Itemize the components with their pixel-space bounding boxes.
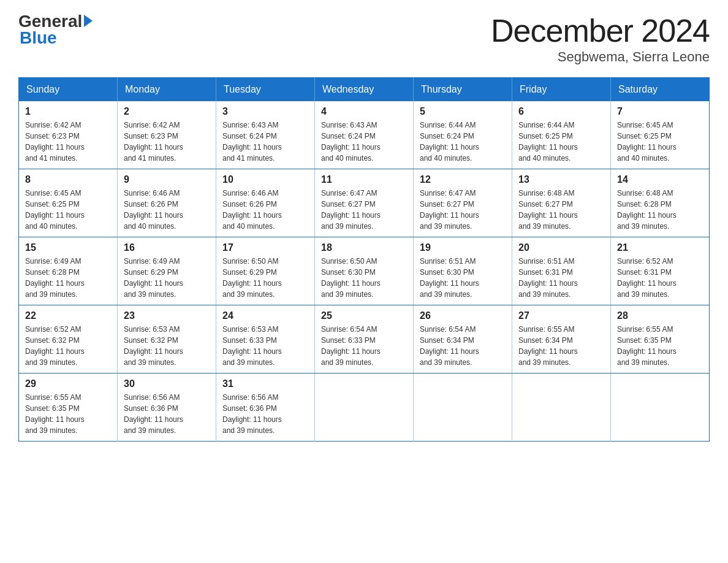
calendar-day-cell: 19 Sunrise: 6:51 AM Sunset: 6:30 PM Dayl… [414, 237, 512, 305]
day-info: Sunrise: 6:42 AM Sunset: 6:23 PM Dayligh… [25, 120, 111, 164]
day-of-week-header: Saturday [611, 78, 710, 102]
day-info: Sunrise: 6:44 AM Sunset: 6:25 PM Dayligh… [518, 120, 604, 164]
calendar-day-cell [611, 373, 710, 442]
day-info: Sunrise: 6:53 AM Sunset: 6:32 PM Dayligh… [124, 324, 210, 368]
day-number: 13 [518, 174, 604, 185]
day-info: Sunrise: 6:52 AM Sunset: 6:32 PM Dayligh… [25, 324, 111, 368]
calendar-day-cell: 13 Sunrise: 6:48 AM Sunset: 6:27 PM Dayl… [512, 169, 611, 237]
day-number: 18 [321, 242, 407, 253]
day-info: Sunrise: 6:47 AM Sunset: 6:27 PM Dayligh… [420, 188, 506, 232]
day-of-week-header: Thursday [414, 78, 512, 102]
month-title: December 2024 [491, 12, 710, 49]
day-number: 5 [420, 106, 506, 117]
calendar-day-cell: 26 Sunrise: 6:54 AM Sunset: 6:34 PM Dayl… [414, 305, 512, 373]
calendar-day-cell: 15 Sunrise: 6:49 AM Sunset: 6:28 PM Dayl… [19, 237, 118, 305]
page-header: General Blue December 2024 Segbwema, Sie… [18, 12, 710, 65]
calendar-day-cell [315, 373, 414, 442]
calendar-day-cell: 12 Sunrise: 6:47 AM Sunset: 6:27 PM Dayl… [414, 169, 512, 237]
calendar-day-cell: 16 Sunrise: 6:49 AM Sunset: 6:29 PM Dayl… [118, 237, 216, 305]
day-number: 24 [222, 310, 308, 321]
day-number: 14 [617, 174, 703, 185]
day-info: Sunrise: 6:52 AM Sunset: 6:31 PM Dayligh… [617, 256, 703, 300]
calendar-day-cell: 7 Sunrise: 6:45 AM Sunset: 6:25 PM Dayli… [611, 101, 710, 169]
day-number: 30 [124, 378, 210, 389]
calendar-week-row: 29 Sunrise: 6:55 AM Sunset: 6:35 PM Dayl… [19, 373, 710, 442]
calendar-week-row: 22 Sunrise: 6:52 AM Sunset: 6:32 PM Dayl… [19, 305, 710, 373]
day-info: Sunrise: 6:55 AM Sunset: 6:34 PM Dayligh… [518, 324, 604, 368]
day-number: 8 [25, 174, 111, 185]
day-info: Sunrise: 6:55 AM Sunset: 6:35 PM Dayligh… [617, 324, 703, 368]
day-number: 23 [124, 310, 210, 321]
day-number: 29 [25, 378, 111, 389]
day-number: 22 [25, 310, 111, 321]
logo-arrow-icon [84, 15, 93, 27]
day-info: Sunrise: 6:51 AM Sunset: 6:31 PM Dayligh… [518, 256, 604, 300]
day-number: 31 [222, 378, 308, 389]
calendar-week-row: 15 Sunrise: 6:49 AM Sunset: 6:28 PM Dayl… [19, 237, 710, 305]
day-info: Sunrise: 6:43 AM Sunset: 6:24 PM Dayligh… [321, 120, 407, 164]
day-info: Sunrise: 6:43 AM Sunset: 6:24 PM Dayligh… [222, 120, 308, 164]
calendar-day-cell: 9 Sunrise: 6:46 AM Sunset: 6:26 PM Dayli… [118, 169, 216, 237]
day-info: Sunrise: 6:45 AM Sunset: 6:25 PM Dayligh… [25, 188, 111, 232]
logo-blue-text: Blue [20, 28, 57, 47]
day-number: 1 [25, 106, 111, 117]
calendar-week-row: 1 Sunrise: 6:42 AM Sunset: 6:23 PM Dayli… [19, 101, 710, 169]
calendar-day-cell: 2 Sunrise: 6:42 AM Sunset: 6:23 PM Dayli… [118, 101, 216, 169]
day-info: Sunrise: 6:54 AM Sunset: 6:33 PM Dayligh… [321, 324, 407, 368]
calendar-day-cell: 4 Sunrise: 6:43 AM Sunset: 6:24 PM Dayli… [315, 101, 414, 169]
calendar-day-cell: 14 Sunrise: 6:48 AM Sunset: 6:28 PM Dayl… [611, 169, 710, 237]
calendar-week-row: 8 Sunrise: 6:45 AM Sunset: 6:25 PM Dayli… [19, 169, 710, 237]
day-info: Sunrise: 6:56 AM Sunset: 6:36 PM Dayligh… [124, 392, 210, 436]
calendar-day-cell: 18 Sunrise: 6:50 AM Sunset: 6:30 PM Dayl… [315, 237, 414, 305]
day-info: Sunrise: 6:47 AM Sunset: 6:27 PM Dayligh… [321, 188, 407, 232]
calendar-day-cell: 3 Sunrise: 6:43 AM Sunset: 6:24 PM Dayli… [216, 101, 315, 169]
calendar-day-cell [414, 373, 512, 442]
calendar-day-cell: 6 Sunrise: 6:44 AM Sunset: 6:25 PM Dayli… [512, 101, 611, 169]
title-section: December 2024 Segbwema, Sierra Leone [491, 12, 710, 65]
logo: General Blue [18, 12, 93, 48]
calendar-day-cell: 23 Sunrise: 6:53 AM Sunset: 6:32 PM Dayl… [118, 305, 216, 373]
day-number: 15 [25, 242, 111, 253]
calendar-day-cell: 25 Sunrise: 6:54 AM Sunset: 6:33 PM Dayl… [315, 305, 414, 373]
day-info: Sunrise: 6:45 AM Sunset: 6:25 PM Dayligh… [617, 120, 703, 164]
day-number: 10 [222, 174, 308, 185]
day-info: Sunrise: 6:55 AM Sunset: 6:35 PM Dayligh… [25, 392, 111, 436]
day-number: 26 [420, 310, 506, 321]
day-info: Sunrise: 6:50 AM Sunset: 6:30 PM Dayligh… [321, 256, 407, 300]
calendar-header-row: SundayMondayTuesdayWednesdayThursdayFrid… [19, 78, 710, 102]
calendar-table: SundayMondayTuesdayWednesdayThursdayFrid… [18, 77, 710, 442]
day-number: 9 [124, 174, 210, 185]
day-info: Sunrise: 6:56 AM Sunset: 6:36 PM Dayligh… [222, 392, 308, 436]
calendar-day-cell: 24 Sunrise: 6:53 AM Sunset: 6:33 PM Dayl… [216, 305, 315, 373]
day-number: 21 [617, 242, 703, 253]
calendar-day-cell: 21 Sunrise: 6:52 AM Sunset: 6:31 PM Dayl… [611, 237, 710, 305]
calendar-day-cell: 5 Sunrise: 6:44 AM Sunset: 6:24 PM Dayli… [414, 101, 512, 169]
day-number: 6 [518, 106, 604, 117]
day-info: Sunrise: 6:49 AM Sunset: 6:28 PM Dayligh… [25, 256, 111, 300]
day-number: 25 [321, 310, 407, 321]
day-of-week-header: Tuesday [216, 78, 315, 102]
day-info: Sunrise: 6:48 AM Sunset: 6:27 PM Dayligh… [518, 188, 604, 232]
day-of-week-header: Sunday [19, 78, 118, 102]
day-info: Sunrise: 6:51 AM Sunset: 6:30 PM Dayligh… [420, 256, 506, 300]
calendar-day-cell: 11 Sunrise: 6:47 AM Sunset: 6:27 PM Dayl… [315, 169, 414, 237]
day-info: Sunrise: 6:46 AM Sunset: 6:26 PM Dayligh… [222, 188, 308, 232]
calendar-day-cell [512, 373, 611, 442]
day-number: 17 [222, 242, 308, 253]
day-info: Sunrise: 6:46 AM Sunset: 6:26 PM Dayligh… [124, 188, 210, 232]
day-number: 27 [518, 310, 604, 321]
day-number: 11 [321, 174, 407, 185]
day-number: 19 [420, 242, 506, 253]
calendar-day-cell: 22 Sunrise: 6:52 AM Sunset: 6:32 PM Dayl… [19, 305, 118, 373]
day-info: Sunrise: 6:48 AM Sunset: 6:28 PM Dayligh… [617, 188, 703, 232]
day-number: 3 [222, 106, 308, 117]
calendar-day-cell: 8 Sunrise: 6:45 AM Sunset: 6:25 PM Dayli… [19, 169, 118, 237]
calendar-day-cell: 27 Sunrise: 6:55 AM Sunset: 6:34 PM Dayl… [512, 305, 611, 373]
calendar-day-cell: 31 Sunrise: 6:56 AM Sunset: 6:36 PM Dayl… [216, 373, 315, 442]
calendar-day-cell: 20 Sunrise: 6:51 AM Sunset: 6:31 PM Dayl… [512, 237, 611, 305]
day-number: 28 [617, 310, 703, 321]
calendar-day-cell: 10 Sunrise: 6:46 AM Sunset: 6:26 PM Dayl… [216, 169, 315, 237]
day-info: Sunrise: 6:50 AM Sunset: 6:29 PM Dayligh… [222, 256, 308, 300]
day-of-week-header: Wednesday [315, 78, 414, 102]
day-number: 2 [124, 106, 210, 117]
